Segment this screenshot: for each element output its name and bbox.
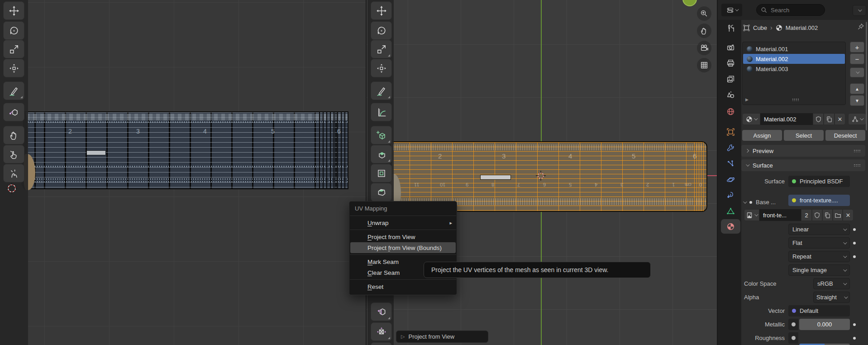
animate-dot[interactable] [853,228,856,231]
uv-transform-tool[interactable] [3,59,24,77]
color-space-dropdown[interactable]: sRGB [813,278,850,289]
tab-modifiers[interactable] [721,140,740,155]
node-tree-button[interactable] [848,113,866,125]
tab-view-layer[interactable] [721,72,740,86]
drag-grip[interactable] [854,164,861,167]
uv-grab-tool[interactable] [3,126,24,144]
unlink-image-button[interactable]: ✕ [843,209,854,221]
3d-cursor[interactable] [535,170,546,181]
extension-dropdown[interactable]: Repeat [788,251,850,262]
tab-world[interactable] [721,104,740,119]
alpha-dropdown[interactable]: Straight [813,292,850,303]
uv-pinch-tool[interactable] [3,164,24,182]
surface-shader-button[interactable]: Principled BSDF [788,176,850,187]
move-slot-up-button[interactable]: ▲ [850,83,864,94]
pin-id-button[interactable] [857,23,864,32]
animate-dot[interactable] [853,323,856,326]
remove-material-slot-button[interactable]: − [850,53,864,64]
image-users-count[interactable]: 2 [801,209,812,221]
tab-output[interactable] [721,56,740,70]
uv-2d-cursor[interactable] [6,183,17,194]
vp-extrude-tool[interactable] [371,145,392,163]
tab-object-data[interactable] [721,204,740,218]
operator-panel-collapsed[interactable]: ▷ Project from View [396,331,488,343]
menu-item-reset[interactable]: Reset [349,281,457,292]
uv-editor-viewport[interactable]: 23456 [0,0,366,345]
header-options-button[interactable] [853,5,866,16]
metallic-socket[interactable] [788,319,798,330]
menu-item-project-from-view-bounds[interactable]: Project from View (Bounds) [350,242,456,253]
nav-hand-button[interactable] [697,24,711,38]
surface-panel-header[interactable]: Surface [741,159,865,171]
uv-move-tool[interactable] [3,1,24,20]
uv-rip-region-tool[interactable] [3,103,24,121]
search-input[interactable] [770,6,817,14]
projection-dropdown[interactable]: Flat [788,237,850,249]
open-image-button[interactable] [833,209,843,221]
resize-grip[interactable] [792,98,799,101]
animate-dot[interactable] [853,255,856,258]
material-slot-Material.001[interactable]: Material.001 [743,44,845,54]
vp-measure-tool[interactable] [371,103,392,121]
browse-material-button[interactable] [742,113,760,125]
vp-inset-tool[interactable] [371,164,392,182]
vp-scale-tool[interactable] [371,40,392,58]
add-material-slot-button[interactable]: + [850,42,864,53]
tab-scene[interactable] [721,87,740,102]
breadcrumb-material[interactable]: Material.002 [786,24,818,31]
unlink-material-button[interactable]: ✕ [835,113,845,125]
tab-tool[interactable] [721,21,740,35]
tab-constraints[interactable] [721,188,740,202]
menu-item-project-from-view[interactable]: Project from View [349,231,457,242]
source-dropdown[interactable]: Single Image [788,264,850,276]
nav-zoom-button[interactable] [697,6,711,21]
animate-dot[interactable] [853,337,856,340]
uv-relax-tool[interactable] [3,145,24,163]
preview-panel-header[interactable]: Preview [741,145,865,157]
scrollbar[interactable] [866,22,867,130]
vp-move-tool[interactable] [371,1,392,20]
vp-transform-tool[interactable] [371,59,392,77]
nav-grid-button[interactable] [697,58,711,72]
vp-rotate-tool[interactable] [371,21,392,40]
menu-item-unwrap[interactable]: Unwrap▸ [349,217,457,228]
list-filter-toggle[interactable]: ▶ [745,97,749,102]
assign-button[interactable]: Assign [742,130,782,141]
tab-object[interactable] [721,125,740,139]
vp-bevel-tool[interactable] [371,183,392,201]
nav-gizmo-y-axis-ball[interactable] [682,0,697,6]
tab-render[interactable] [721,40,740,54]
image-fake-user-button[interactable] [812,209,822,221]
material-slot-Material.003[interactable]: Material.003 [743,64,845,74]
vp-partial-tool[interactable] [371,342,392,345]
fake-user-shield-button[interactable] [813,113,824,125]
editor-type-button[interactable] [721,4,742,16]
roughness-socket[interactable] [788,332,798,344]
deselect-button[interactable]: Deselect [825,130,865,141]
animate-dot[interactable] [853,242,856,244]
search-box[interactable] [756,4,825,16]
metallic-slider[interactable]: 0.000 [799,319,850,330]
browse-image-button[interactable] [744,209,759,221]
uv-annotate-tool[interactable] [3,81,24,100]
tab-physics[interactable] [721,172,740,187]
base-color-texture-button[interactable]: front-texture.... [788,195,850,206]
vector-button[interactable]: Default [788,305,850,316]
image-name-field[interactable]: front-te... [759,209,801,221]
material-name-field[interactable]: Material.002 [760,113,813,125]
drag-grip[interactable] [854,149,861,152]
vp-smooth-tool[interactable] [371,322,392,341]
uv-scale-tool[interactable] [3,40,24,58]
tab-particles[interactable] [721,156,740,171]
base-color-expander[interactable]: Base ... [743,196,776,208]
copy-material-button[interactable] [824,113,835,125]
uv-mesh-ruler[interactable]: 23456 [25,111,348,189]
nav-camera-button[interactable] [697,41,711,55]
material-slot-Material.002[interactable]: Material.002 [743,54,845,64]
copy-image-button[interactable] [822,209,833,221]
material-specials-button[interactable] [850,67,864,77]
move-slot-down-button[interactable]: ▼ [850,95,864,106]
uv-rotate-tool[interactable] [3,21,24,40]
interpolation-dropdown[interactable]: Linear [788,224,850,235]
tab-material[interactable] [721,219,740,234]
